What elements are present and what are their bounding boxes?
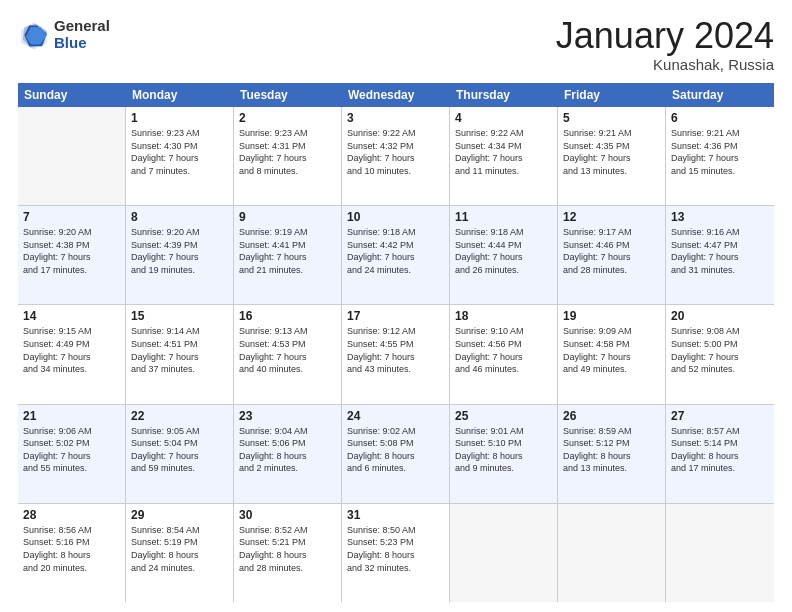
- daylight-text: Daylight: 7 hours: [239, 351, 336, 364]
- calendar-body: 1Sunrise: 9:23 AMSunset: 4:30 PMDaylight…: [18, 107, 774, 602]
- daylight-text: Daylight: 7 hours: [455, 351, 552, 364]
- daylight-text-2: and 13 minutes.: [563, 462, 660, 475]
- day-number: 1: [131, 111, 228, 125]
- sunrise-text: Sunrise: 9:19 AM: [239, 226, 336, 239]
- day-number: 26: [563, 409, 660, 423]
- sunset-text: Sunset: 4:42 PM: [347, 239, 444, 252]
- sunrise-text: Sunrise: 9:20 AM: [131, 226, 228, 239]
- day-number: 18: [455, 309, 552, 323]
- sunset-text: Sunset: 5:10 PM: [455, 437, 552, 450]
- cal-cell-4-3: 31Sunrise: 8:50 AMSunset: 5:23 PMDayligh…: [342, 504, 450, 602]
- daylight-text: Daylight: 8 hours: [131, 549, 228, 562]
- header-sunday: Sunday: [18, 83, 126, 107]
- header-saturday: Saturday: [666, 83, 774, 107]
- cal-cell-0-6: 6Sunrise: 9:21 AMSunset: 4:36 PMDaylight…: [666, 107, 774, 205]
- daylight-text-2: and 6 minutes.: [347, 462, 444, 475]
- sunset-text: Sunset: 5:02 PM: [23, 437, 120, 450]
- daylight-text: Daylight: 7 hours: [455, 251, 552, 264]
- sunrise-text: Sunrise: 9:08 AM: [671, 325, 769, 338]
- logo: General Blue: [18, 18, 110, 51]
- sunset-text: Sunset: 4:51 PM: [131, 338, 228, 351]
- daylight-text-2: and 37 minutes.: [131, 363, 228, 376]
- sunrise-text: Sunrise: 8:57 AM: [671, 425, 769, 438]
- day-number: 27: [671, 409, 769, 423]
- day-number: 10: [347, 210, 444, 224]
- daylight-text-2: and 31 minutes.: [671, 264, 769, 277]
- cal-cell-2-3: 17Sunrise: 9:12 AMSunset: 4:55 PMDayligh…: [342, 305, 450, 403]
- cal-cell-2-0: 14Sunrise: 9:15 AMSunset: 4:49 PMDayligh…: [18, 305, 126, 403]
- sunset-text: Sunset: 4:31 PM: [239, 140, 336, 153]
- sunrise-text: Sunrise: 9:09 AM: [563, 325, 660, 338]
- daylight-text-2: and 15 minutes.: [671, 165, 769, 178]
- sunrise-text: Sunrise: 8:52 AM: [239, 524, 336, 537]
- daylight-text-2: and 40 minutes.: [239, 363, 336, 376]
- day-number: 13: [671, 210, 769, 224]
- daylight-text-2: and 7 minutes.: [131, 165, 228, 178]
- week-row-2: 14Sunrise: 9:15 AMSunset: 4:49 PMDayligh…: [18, 305, 774, 404]
- sunset-text: Sunset: 5:04 PM: [131, 437, 228, 450]
- daylight-text-2: and 49 minutes.: [563, 363, 660, 376]
- daylight-text: Daylight: 8 hours: [671, 450, 769, 463]
- day-number: 6: [671, 111, 769, 125]
- cal-cell-0-4: 4Sunrise: 9:22 AMSunset: 4:34 PMDaylight…: [450, 107, 558, 205]
- cal-cell-2-2: 16Sunrise: 9:13 AMSunset: 4:53 PMDayligh…: [234, 305, 342, 403]
- day-number: 22: [131, 409, 228, 423]
- daylight-text: Daylight: 7 hours: [347, 251, 444, 264]
- sunset-text: Sunset: 5:14 PM: [671, 437, 769, 450]
- cal-cell-3-6: 27Sunrise: 8:57 AMSunset: 5:14 PMDayligh…: [666, 405, 774, 503]
- sunset-text: Sunset: 5:19 PM: [131, 536, 228, 549]
- sunset-text: Sunset: 4:30 PM: [131, 140, 228, 153]
- day-number: 25: [455, 409, 552, 423]
- title-section: January 2024 Kunashak, Russia: [556, 18, 774, 73]
- daylight-text-2: and 24 minutes.: [347, 264, 444, 277]
- daylight-text-2: and 13 minutes.: [563, 165, 660, 178]
- cal-cell-0-5: 5Sunrise: 9:21 AMSunset: 4:35 PMDaylight…: [558, 107, 666, 205]
- daylight-text: Daylight: 7 hours: [131, 251, 228, 264]
- sunrise-text: Sunrise: 8:59 AM: [563, 425, 660, 438]
- daylight-text-2: and 28 minutes.: [563, 264, 660, 277]
- cal-cell-1-1: 8Sunrise: 9:20 AMSunset: 4:39 PMDaylight…: [126, 206, 234, 304]
- day-number: 5: [563, 111, 660, 125]
- cal-cell-4-0: 28Sunrise: 8:56 AMSunset: 5:16 PMDayligh…: [18, 504, 126, 602]
- sunrise-text: Sunrise: 8:54 AM: [131, 524, 228, 537]
- sunrise-text: Sunrise: 9:12 AM: [347, 325, 444, 338]
- day-number: 7: [23, 210, 120, 224]
- daylight-text-2: and 52 minutes.: [671, 363, 769, 376]
- week-row-3: 21Sunrise: 9:06 AMSunset: 5:02 PMDayligh…: [18, 405, 774, 504]
- week-row-1: 7Sunrise: 9:20 AMSunset: 4:38 PMDaylight…: [18, 206, 774, 305]
- daylight-text: Daylight: 7 hours: [23, 251, 120, 264]
- daylight-text-2: and 17 minutes.: [23, 264, 120, 277]
- cal-cell-3-5: 26Sunrise: 8:59 AMSunset: 5:12 PMDayligh…: [558, 405, 666, 503]
- cal-cell-3-2: 23Sunrise: 9:04 AMSunset: 5:06 PMDayligh…: [234, 405, 342, 503]
- sunset-text: Sunset: 4:55 PM: [347, 338, 444, 351]
- day-number: 28: [23, 508, 120, 522]
- sunset-text: Sunset: 5:21 PM: [239, 536, 336, 549]
- sunrise-text: Sunrise: 9:05 AM: [131, 425, 228, 438]
- sunrise-text: Sunrise: 9:16 AM: [671, 226, 769, 239]
- daylight-text: Daylight: 7 hours: [23, 351, 120, 364]
- sunrise-text: Sunrise: 9:04 AM: [239, 425, 336, 438]
- cal-cell-1-0: 7Sunrise: 9:20 AMSunset: 4:38 PMDaylight…: [18, 206, 126, 304]
- logo-general-text: General: [54, 18, 110, 35]
- cal-cell-3-1: 22Sunrise: 9:05 AMSunset: 5:04 PMDayligh…: [126, 405, 234, 503]
- sunrise-text: Sunrise: 9:21 AM: [563, 127, 660, 140]
- cal-cell-0-1: 1Sunrise: 9:23 AMSunset: 4:30 PMDaylight…: [126, 107, 234, 205]
- daylight-text: Daylight: 7 hours: [671, 351, 769, 364]
- daylight-text-2: and 2 minutes.: [239, 462, 336, 475]
- sunrise-text: Sunrise: 9:15 AM: [23, 325, 120, 338]
- cal-cell-4-5: [558, 504, 666, 602]
- cal-cell-4-2: 30Sunrise: 8:52 AMSunset: 5:21 PMDayligh…: [234, 504, 342, 602]
- daylight-text: Daylight: 8 hours: [23, 549, 120, 562]
- daylight-text-2: and 43 minutes.: [347, 363, 444, 376]
- sunrise-text: Sunrise: 9:17 AM: [563, 226, 660, 239]
- daylight-text-2: and 46 minutes.: [455, 363, 552, 376]
- daylight-text: Daylight: 7 hours: [131, 152, 228, 165]
- sunrise-text: Sunrise: 9:02 AM: [347, 425, 444, 438]
- daylight-text: Daylight: 8 hours: [239, 549, 336, 562]
- day-number: 3: [347, 111, 444, 125]
- sunset-text: Sunset: 5:23 PM: [347, 536, 444, 549]
- daylight-text-2: and 59 minutes.: [131, 462, 228, 475]
- header: General Blue January 2024 Kunashak, Russ…: [18, 18, 774, 73]
- header-tuesday: Tuesday: [234, 83, 342, 107]
- sunset-text: Sunset: 4:39 PM: [131, 239, 228, 252]
